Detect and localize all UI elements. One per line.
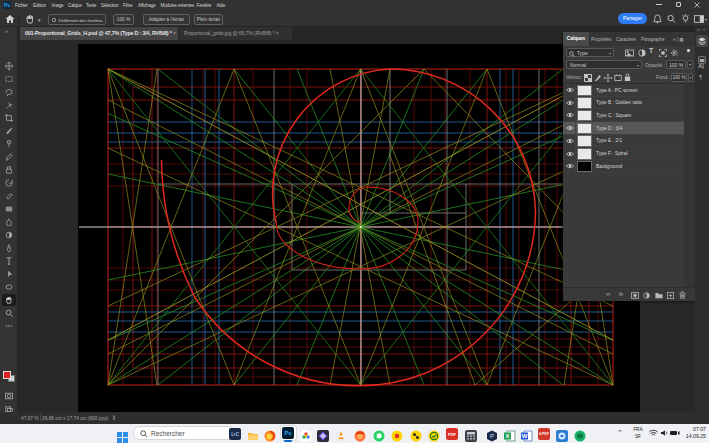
- svg-text:X: X: [505, 433, 509, 439]
- svg-text:P: P: [489, 433, 493, 439]
- svg-text:W: W: [521, 433, 527, 439]
